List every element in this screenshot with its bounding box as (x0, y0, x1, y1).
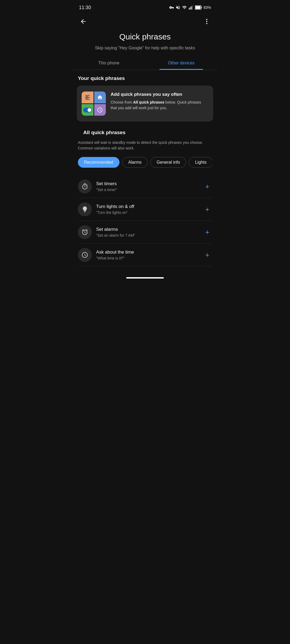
svg-rect-0 (189, 8, 189, 10)
phrase-title-turn-lights: Turn lights on & off (96, 204, 198, 209)
promo-text: Add quick phrases you say often Choose f… (111, 92, 208, 111)
svg-point-11 (88, 108, 91, 112)
phrase-item-set-timers: Set timers "Set a timer" + (78, 175, 212, 198)
clock-icon (81, 251, 88, 258)
chip-general-info[interactable]: General info (150, 157, 186, 168)
all-phrases-description: Assistant will wait in standby mode to d… (78, 140, 212, 151)
battery-icon (195, 5, 202, 10)
your-quick-phrases-section: Your quick phrases (73, 75, 218, 122)
top-nav (73, 13, 218, 30)
all-phrases-header: All quick phrases (78, 130, 212, 140)
page-title: Quick phrases (78, 32, 212, 41)
promo-cell-4 (94, 104, 106, 116)
more-options-button[interactable] (201, 16, 212, 27)
chip-lights[interactable]: Lights (189, 157, 212, 168)
tabs-container: This phone Other devices (73, 56, 218, 70)
svg-rect-2 (191, 6, 191, 10)
phrase-example-turn-lights: "Turn the lights on" (96, 210, 198, 215)
phrase-title-set-alarms: Set alarms (96, 227, 198, 232)
timer-icon (81, 183, 88, 190)
promo-cell-3 (82, 104, 93, 116)
chip-alarms[interactable]: Alarms (122, 157, 148, 168)
key-icon (169, 5, 174, 10)
phrase-text-set-timers: Set timers "Set a timer" (96, 181, 198, 192)
promo-cell-2 (94, 92, 106, 103)
promo-title: Add quick phrases you say often (111, 92, 208, 97)
add-set-alarms-button[interactable]: + (202, 227, 212, 237)
svg-point-9 (206, 23, 207, 24)
phrase-title-set-timers: Set timers (96, 181, 198, 186)
phrase-item-turn-lights: Turn lights on & off "Turn the lights on… (78, 198, 212, 221)
phrase-text-ask-time: Ask about the time "What time is it?" (96, 250, 198, 260)
phrase-example-set-alarms: "Set an alarm for 7 AM" (96, 233, 198, 237)
phrase-item-ask-time: Ask about the time "What time is it?" + (78, 244, 212, 266)
svg-point-8 (206, 21, 207, 22)
bottom-bar (73, 272, 218, 282)
mute-icon (176, 5, 180, 10)
promo-icon-grid (82, 92, 106, 116)
your-quick-phrases-header: Your quick phrases (73, 75, 218, 86)
svg-rect-3 (192, 6, 193, 10)
phrase-title-ask-time: Ask about the time (96, 250, 198, 255)
lightbulb-icon-container (78, 202, 92, 216)
add-ask-time-button[interactable]: + (202, 250, 212, 260)
page-subtitle: Skip saying "Hey Google" for help with s… (78, 45, 212, 51)
phrase-text-turn-lights: Turn lights on & off "Turn the lights on… (96, 204, 198, 215)
phrase-item-set-alarms: Set alarms "Set an alarm for 7 AM" + (78, 221, 212, 244)
clock-icon-container (78, 248, 92, 262)
page-title-section: Quick phrases Skip saying "Hey Google" f… (73, 30, 218, 56)
svg-rect-1 (190, 7, 190, 10)
status-time: 11:30 (79, 5, 91, 10)
svg-rect-5 (201, 7, 202, 8)
signal-icon (189, 5, 193, 10)
phrase-text-set-alarms: Set alarms "Set an alarm for 7 AM" (96, 227, 198, 237)
wifi-icon (182, 5, 187, 10)
add-turn-lights-button[interactable]: + (202, 204, 212, 214)
lightbulb-icon (81, 206, 88, 213)
tab-other-devices[interactable]: Other devices (145, 56, 218, 70)
promo-cell-1 (82, 92, 93, 103)
timer-icon-container (78, 180, 92, 193)
promo-desc-bold: All quick phrases (133, 100, 164, 104)
phrase-example-ask-time: "What time is it?" (96, 256, 198, 260)
alarm-icon (81, 229, 88, 236)
chip-recommended[interactable]: Recommended (78, 157, 119, 168)
promo-card: Add quick phrases you say often Choose f… (77, 86, 213, 122)
back-button[interactable] (78, 16, 89, 27)
svg-point-7 (206, 19, 207, 20)
status-bar: 11:30 83% (73, 0, 218, 13)
add-set-timers-button[interactable]: + (202, 182, 212, 191)
filter-chips: Recommended Alarms General info Lights (78, 157, 212, 168)
alarm-icon-container (78, 225, 92, 239)
all-phrases-section: All quick phrases Assistant will wait in… (73, 130, 218, 266)
promo-desc-1: Choose from (111, 100, 133, 104)
tab-this-phone[interactable]: This phone (73, 56, 145, 70)
status-icons: 83% (169, 5, 211, 10)
home-indicator (126, 277, 164, 279)
phrase-example-set-timers: "Set a timer" (96, 188, 198, 192)
promo-description: Choose from All quick phrases below. Qui… (111, 100, 208, 111)
svg-rect-6 (195, 6, 200, 9)
battery-percent: 83% (204, 5, 211, 10)
